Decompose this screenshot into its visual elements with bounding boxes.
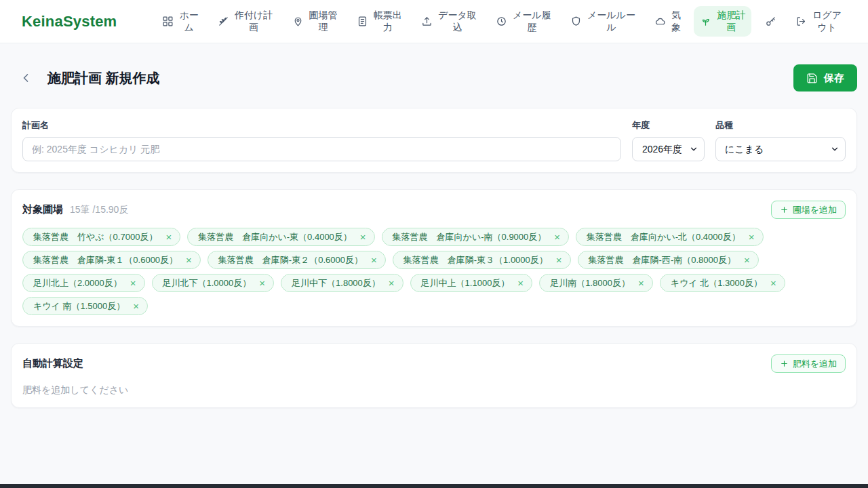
nav-item-logout[interactable]: ログア ウト (789, 6, 848, 37)
remove-field-icon[interactable]: × (743, 255, 751, 265)
nav-item-fertilization-plan[interactable]: 施肥計 画 (694, 6, 751, 37)
field-chip: 集落営農 倉庫隣-東３（1.0000反）× (393, 251, 571, 269)
remove-field-icon[interactable]: × (258, 278, 266, 288)
add-fertilizer-label: 肥料を追加 (793, 358, 837, 370)
save-button[interactable]: 保存 (793, 64, 857, 92)
field-chip: 足川南（1.8000反）× (539, 274, 653, 292)
field-chip-label: 集落営農 倉庫隣-東１（0.6000反） (33, 254, 178, 266)
top-navigation: KeinaSystem ホー ム 作付け計 画 圃場管 理 帳票出 力 データ取… (0, 0, 868, 43)
field-chip-label: 足川北下（1.0000反） (163, 277, 252, 289)
remove-field-icon[interactable]: × (388, 278, 395, 288)
target-fields-card: 対象圃場 15筆 /15.90反 圃場を追加 集落営農 竹やぶ（0.7000反）… (11, 189, 857, 327)
history-clock-icon (496, 16, 507, 27)
year-select[interactable]: 2026年度 (632, 137, 705, 161)
page-title: 施肥計画 新規作成 (47, 69, 160, 87)
page-header: 施肥計画 新規作成 保存 (0, 43, 868, 98)
remove-field-icon[interactable]: × (370, 255, 378, 265)
remove-field-icon[interactable]: × (770, 278, 777, 288)
nav-item-label: 圃場管 理 (309, 9, 338, 34)
grid-icon (162, 16, 174, 27)
remove-field-icon[interactable]: × (165, 232, 172, 242)
field-chip: 足川北下（1.0000反）× (152, 274, 275, 292)
remove-field-icon[interactable]: × (555, 255, 563, 265)
field-chip-label: 集落営農 竹やぶ（0.7000反） (33, 231, 157, 243)
target-fields-count: 15筆 /15.90反 (70, 204, 128, 216)
map-pin-icon (292, 16, 304, 27)
nav-item-mail-history[interactable]: メール履 歴 (490, 6, 557, 37)
wheat-icon (218, 16, 229, 27)
nav-item-label: 気 象 (671, 9, 681, 34)
upload-icon (421, 16, 433, 27)
remove-field-icon[interactable]: × (132, 301, 140, 311)
nav-item-label: 施肥計 画 (717, 9, 745, 34)
nav-item-label: メールルー ル (587, 9, 635, 34)
remove-field-icon[interactable]: × (130, 278, 137, 288)
field-chip: キウイ 南（1.5000反）× (22, 297, 148, 315)
field-chip-list: 集落営農 竹やぶ（0.7000反）× 集落営農 倉庫向かい-東（0.4000反）… (22, 228, 846, 315)
nav-item-label: データ取 込 (438, 9, 477, 34)
nav-item-home[interactable]: ホー ム (156, 6, 204, 37)
field-chip-label: 集落営農 倉庫隣-東３（1.0000反） (403, 254, 548, 266)
nav-item-planting-plan[interactable]: 作付け計 画 (212, 6, 279, 37)
plan-name-label: 計画名 (22, 119, 621, 131)
field-chip: 集落営農 倉庫向かい-北（0.4000反）× (576, 228, 763, 246)
field-chip-label: 集落営農 倉庫向かい-東（0.4000反） (198, 231, 352, 243)
remove-field-icon[interactable]: × (748, 232, 755, 242)
nav-item-weather[interactable]: 気 象 (648, 6, 687, 37)
remove-field-icon[interactable]: × (185, 255, 193, 265)
chevron-left-icon (19, 71, 33, 85)
nav-item-label: 作付け計 画 (235, 9, 273, 34)
field-chip-label: 集落営農 倉庫向かい-南（0.9000反） (393, 231, 547, 243)
field-chip: 足川中下（1.8000反）× (281, 274, 403, 292)
nav-item-password[interactable] (759, 12, 783, 30)
nav-item-mail-rules[interactable]: メールルー ル (564, 6, 642, 37)
nav-item-label: ログア ウト (812, 9, 842, 34)
target-fields-title: 対象圃場 (22, 203, 63, 216)
field-chip-label: 足川中上（1.1000反） (421, 277, 510, 289)
remove-field-icon[interactable]: × (637, 278, 645, 288)
nav-item-label: 帳票出 力 (374, 9, 402, 34)
field-chip-label: 集落営農 倉庫隣-東２（0.6000反） (218, 254, 363, 266)
field-chip-label: 集落営農 倉庫隣-西-南（0.8000反） (589, 254, 736, 266)
cloud-icon (654, 16, 666, 27)
logout-icon (795, 16, 807, 27)
plan-name-input[interactable] (22, 137, 621, 161)
field-chip: キウイ 北（1.3000反）× (660, 274, 785, 292)
auto-calc-card: 自動計算設定 肥料を追加 肥料を追加してください (11, 343, 857, 408)
remove-field-icon[interactable]: × (553, 232, 561, 242)
remove-field-icon[interactable]: × (517, 278, 524, 288)
nav-item-label: ホー ム (179, 9, 198, 34)
field-chip: 足川北上（2.0000反）× (22, 274, 145, 292)
add-field-button[interactable]: 圃場を追加 (771, 201, 846, 219)
document-icon (357, 16, 368, 27)
field-chip-label: 足川北上（2.0000反） (33, 277, 122, 289)
add-field-label: 圃場を追加 (793, 204, 837, 216)
field-chip-label: 足川中下（1.8000反） (292, 277, 380, 289)
nav-menu: ホー ム 作付け計 画 圃場管 理 帳票出 力 データ取 込 メール履 歴 メー… (156, 6, 848, 37)
shield-icon (570, 16, 582, 27)
nav-item-data-import[interactable]: データ取 込 (415, 6, 483, 37)
back-button[interactable] (18, 70, 34, 86)
field-chip: 集落営農 倉庫向かい-南（0.9000反）× (382, 228, 569, 246)
sprout-icon (700, 16, 711, 27)
nav-item-report-output[interactable]: 帳票出 力 (351, 6, 408, 37)
nav-item-label: メール履 歴 (513, 9, 551, 34)
auto-calc-title: 自動計算設定 (22, 357, 83, 370)
save-button-label: 保存 (824, 72, 844, 85)
year-label: 年度 (632, 119, 705, 131)
plus-icon (780, 205, 789, 214)
plus-icon (780, 359, 789, 368)
field-chip-label: 足川南（1.8000反） (550, 277, 630, 289)
remove-field-icon[interactable]: × (359, 232, 367, 242)
field-chip: 集落営農 倉庫向かい-東（0.4000反）× (187, 228, 374, 246)
field-chip-label: キウイ 南（1.5000反） (33, 300, 125, 312)
variety-label: 品種 (715, 119, 846, 131)
field-chip-label: キウイ 北（1.3000反） (671, 277, 762, 289)
nav-item-field-management[interactable]: 圃場管 理 (286, 6, 344, 37)
field-chip: 集落営農 倉庫隣-西-南（0.8000反）× (578, 251, 759, 269)
bottom-edge-bar (0, 484, 868, 488)
plan-form-card: 計画名 年度 2026年度 品種 にこまる (11, 108, 857, 173)
field-chip: 足川中上（1.1000反）× (410, 274, 533, 292)
variety-select[interactable]: にこまる (715, 137, 846, 161)
add-fertilizer-button[interactable]: 肥料を追加 (771, 354, 846, 373)
